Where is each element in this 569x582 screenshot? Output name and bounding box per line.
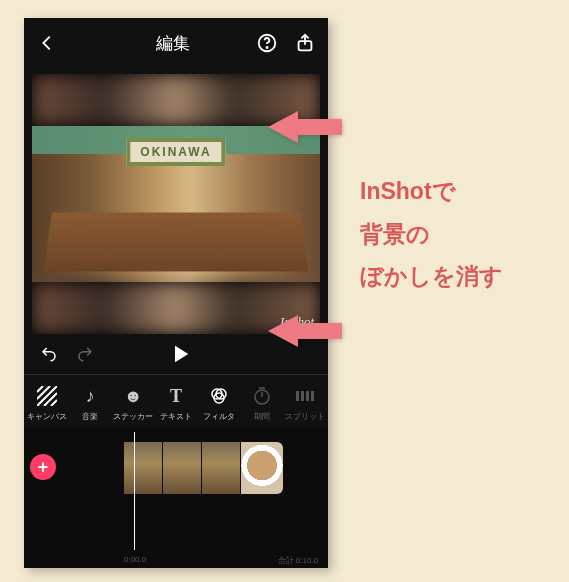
playhead[interactable] — [134, 432, 135, 550]
app-screen: 編集 OKINAWA InShot — [24, 18, 328, 568]
clip-thumb[interactable] — [202, 442, 240, 494]
clip-strip[interactable] — [124, 442, 283, 494]
duration-icon — [251, 385, 273, 407]
hatch-icon — [36, 385, 58, 407]
add-clip-button[interactable]: + — [30, 454, 56, 480]
help-icon[interactable] — [256, 32, 278, 54]
tool-label: ステッカー — [113, 411, 153, 422]
page-title: 編集 — [156, 32, 190, 55]
svg-marker-20 — [268, 315, 342, 347]
svg-line-8 — [51, 400, 57, 406]
note-icon: ♪ — [79, 385, 101, 407]
svg-rect-15 — [296, 391, 299, 401]
tool-label: フィルタ — [203, 411, 235, 422]
back-icon[interactable] — [36, 32, 58, 54]
text-icon: T — [165, 385, 187, 407]
clip-thumb[interactable] — [163, 442, 201, 494]
svg-marker-3 — [176, 347, 187, 360]
svg-line-4 — [37, 386, 43, 392]
tool-duration[interactable]: 期間 — [240, 381, 283, 426]
timeline[interactable]: + 0:00.0 合計 0:10.0 — [24, 428, 328, 568]
tool-music[interactable]: ♪ 音楽 — [69, 381, 112, 426]
clip-thumb[interactable] — [241, 442, 283, 494]
caption-line: ぼかしを消す — [360, 255, 503, 298]
smile-icon: ☻ — [122, 385, 144, 407]
undo-icon[interactable] — [38, 343, 60, 365]
tool-sticker[interactable]: ☻ ステッカー — [112, 381, 155, 426]
tool-filter[interactable]: フィルタ — [197, 381, 240, 426]
caption-line: InShotで — [360, 170, 503, 213]
svg-rect-16 — [301, 391, 304, 401]
split-icon — [294, 385, 316, 407]
time-start: 0:00.0 — [124, 555, 146, 566]
share-icon[interactable] — [294, 32, 316, 54]
tool-split[interactable]: スプリット — [283, 381, 326, 426]
svg-point-1 — [266, 47, 267, 48]
top-bar: 編集 — [24, 18, 328, 68]
play-icon[interactable] — [169, 343, 191, 365]
tool-canvas[interactable]: キャンバス — [26, 381, 69, 426]
tool-label: 期間 — [254, 411, 270, 422]
svg-rect-18 — [311, 391, 314, 401]
time-total: 合計 0:10.0 — [278, 555, 318, 566]
tool-label: 音楽 — [82, 411, 98, 422]
tool-bar: キャンバス ♪ 音楽 ☻ ステッカー T テキスト フィルタ 期間 — [24, 374, 328, 428]
tool-label: テキスト — [160, 411, 192, 422]
svg-line-5 — [37, 386, 50, 399]
tool-text[interactable]: T テキスト — [155, 381, 198, 426]
video-frame: OKINAWA — [32, 126, 320, 282]
svg-line-7 — [44, 393, 57, 406]
redo-icon[interactable] — [74, 343, 96, 365]
annotation-caption: InShotで 背景の ぼかしを消す — [360, 170, 503, 298]
caption-line: 背景の — [360, 213, 503, 256]
sign-text: OKINAWA — [126, 138, 225, 166]
clip-thumb[interactable] — [124, 442, 162, 494]
tool-label: キャンバス — [27, 411, 67, 422]
svg-marker-19 — [268, 111, 342, 143]
svg-rect-17 — [306, 391, 309, 401]
filter-icon — [208, 385, 230, 407]
annotation-arrow-top — [268, 108, 342, 146]
annotation-arrow-bottom — [268, 312, 342, 350]
time-labels: 0:00.0 合計 0:10.0 — [24, 555, 328, 566]
tool-label: スプリット — [285, 411, 325, 422]
